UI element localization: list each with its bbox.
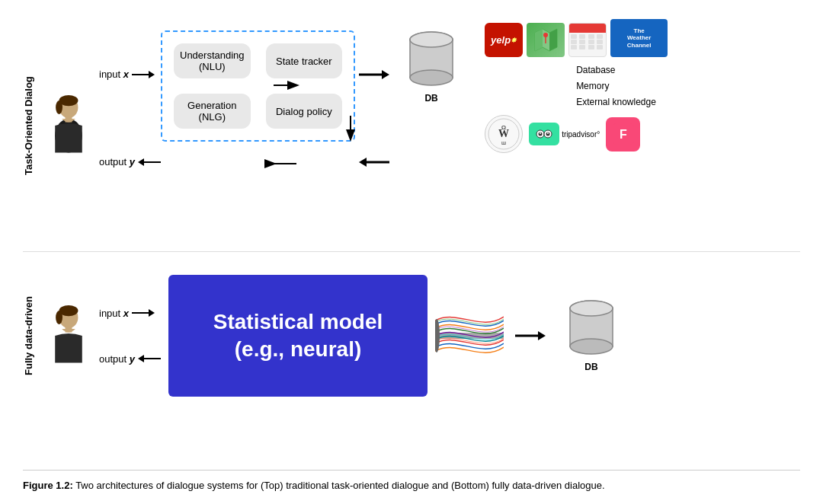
calendar-header [569,24,606,33]
tripadvisor-text: tripadvisor° [562,130,600,139]
figure-caption: Figure 1.2: Two architectures of dialogu… [23,470,800,493]
top-input-row: input x [99,69,161,80]
map-icon [527,23,565,57]
weather-channel-icon: The Weather Channel [610,19,668,57]
yelp-icon: yelp✸ [485,23,523,57]
top-db-cylinder-svg [405,30,458,91]
bottom-person-icon [42,305,95,366]
top-person-icon [42,95,95,156]
calendar-body [569,33,606,51]
wikipedia-icon: W Ω Ш [485,115,523,153]
svg-marker-13 [535,29,543,51]
database-label: Database [576,63,668,77]
top-section: Task-Oriented Dialog [23,15,800,236]
svg-point-10 [410,70,453,85]
icons-row-2: W Ω Ш [485,115,668,153]
top-io-labels: input x output y [99,30,161,206]
generation-box: Generation(NLG) [174,94,251,129]
top-input-arrow [132,70,155,79]
bottom-section: Fully data-driven input x ou [23,260,800,412]
svg-point-11 [410,32,453,47]
svg-text:Ω: Ω [501,124,507,131]
memory-label: Memory [576,79,668,93]
top-input-label: input x [99,69,129,80]
bottom-db-label: DB [584,362,597,372]
foursquare-icon: F [606,117,640,152]
tripadvisor-icon: tripadvisor° [529,123,600,145]
model-line2: (e.g., neural) [235,336,361,363]
bottom-io-labels: input x output y [99,290,161,381]
top-db-label: DB [424,93,437,104]
icons-row-1: yelp✸ [485,19,668,57]
svg-text:F: F [620,128,627,141]
bottom-input-arrow [132,308,155,317]
bottom-output-arrow [138,354,161,363]
svg-point-37 [570,339,613,354]
svg-text:Ш: Ш [501,141,506,145]
dashed-to-db-arrows [359,30,389,206]
bottom-db: DB [565,299,618,372]
svg-point-2 [56,100,62,114]
top-output-label: output y [99,156,135,167]
flow-container: Understanding(NLU) State tracker Generat… [161,30,355,142]
state-tracker-box: State tracker [266,43,343,78]
svg-point-38 [570,301,613,316]
bottom-output-label: output y [99,353,135,365]
svg-rect-4 [66,116,72,123]
svg-point-25 [540,132,541,134]
dialog-policy-box: Dialog policy [266,94,343,129]
main-container: Task-Oriented Dialog [0,0,823,504]
calendar-icon [568,23,607,57]
svg-point-26 [547,132,549,134]
caption-prefix: Figure 1.2: [23,480,73,491]
top-section-label: Task-Oriented Dialog [23,15,34,236]
top-person-area [42,15,95,236]
dashed-flow-box: Understanding(NLU) State tracker Generat… [161,30,355,142]
neural-wires-svg [435,305,504,366]
bottom-output-row: output y [99,353,161,365]
db-to-policy-arrow [359,155,389,170]
svg-point-34 [435,319,440,352]
nlu-box: Understanding(NLU) [174,43,251,78]
bottom-section-label: Fully data-driven [23,260,34,412]
bottom-person-area [42,260,95,412]
bottom-db-cylinder-svg [565,299,618,360]
knowledge-area: yelp✸ [485,19,668,153]
caption-text: Two architectures of dialogue systems fo… [75,480,604,491]
top-output-arrow [138,158,161,167]
svg-marker-14 [549,29,557,51]
bottom-input-row: input x [99,308,161,319]
model-line1: Statistical model [213,308,383,336]
top-output-row: output y [99,156,161,167]
external-label: External knowledge [576,95,668,109]
svg-point-31 [56,311,62,324]
tripadvisor-owl [529,123,559,145]
bottom-to-db-arrow [515,328,546,343]
state-to-db-arrow [359,67,389,82]
statistical-model-box: Statistical model (e.g., neural) [168,275,428,397]
section-divider [23,251,800,252]
bottom-input-label: input x [99,308,129,319]
top-db: DB [405,30,458,104]
knowledge-labels: Database Memory External knowledge [576,63,668,111]
